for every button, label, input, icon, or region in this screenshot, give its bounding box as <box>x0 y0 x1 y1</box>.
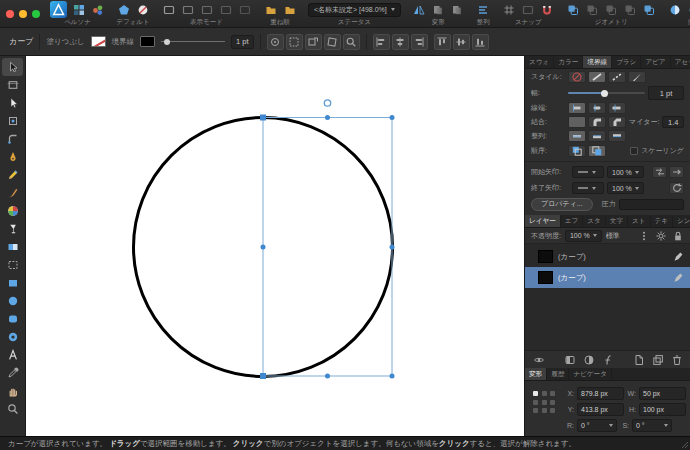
close-window-button[interactable] <box>6 10 14 18</box>
stroke-panel-tab-swatches[interactable]: スウォ <box>525 56 554 68</box>
layers-panel-tab-stock[interactable]: スト <box>628 215 651 227</box>
handle-bottom-right[interactable] <box>390 374 395 379</box>
layers-panel-tab-symbols[interactable]: シン <box>673 215 690 227</box>
cycle-selection-box-button[interactable] <box>286 34 303 50</box>
pen-tool[interactable] <box>2 148 23 166</box>
outline-view-icon[interactable] <box>237 2 252 17</box>
transform-panel-tab-navigator[interactable]: ナビゲータ <box>569 368 612 380</box>
stroke-panel-tab-stroke[interactable]: 境界線 <box>583 56 612 68</box>
corner-tool[interactable] <box>2 130 23 148</box>
vector-crop-tool[interactable] <box>2 256 23 274</box>
anchor-point-selector[interactable] <box>533 391 557 415</box>
blend-mode-dropdown[interactable]: 標準 <box>606 231 620 241</box>
snapping-magnet-icon[interactable] <box>540 2 555 17</box>
handle-top-right[interactable] <box>390 115 395 120</box>
anchor-mid-left[interactable] <box>533 400 538 405</box>
document-status-dropdown[interactable]: <名称未設定> [498.0%] <box>308 3 401 17</box>
synchronize-defaults-icon[interactable] <box>116 2 131 17</box>
gradient-tool[interactable] <box>2 238 23 256</box>
cycle-arrows-button[interactable] <box>669 182 684 194</box>
slider-thumb[interactable] <box>164 39 170 45</box>
stroke-align-center-button[interactable] <box>568 130 586 142</box>
end-arrow-dropdown[interactable] <box>572 182 604 194</box>
selection-bounds[interactable] <box>263 118 392 377</box>
cog-shape-tool[interactable] <box>2 328 23 346</box>
stroke-style-brush-button[interactable] <box>628 71 646 83</box>
align-left-button[interactable] <box>373 34 390 50</box>
zoom-window-button[interactable] <box>32 10 40 18</box>
split-view-icon[interactable] <box>218 2 233 17</box>
edit-all-layers-button[interactable] <box>305 34 322 50</box>
stroke-align-inside-button[interactable] <box>588 130 606 142</box>
miter-value[interactable]: 1.4 <box>662 116 684 128</box>
stroke-behind-fill-button[interactable] <box>568 145 586 157</box>
join-round-button[interactable] <box>588 116 606 128</box>
alignment-icon[interactable] <box>476 2 491 17</box>
boolean-intersect-icon[interactable] <box>604 2 619 17</box>
align-bottom-button[interactable] <box>472 34 489 50</box>
mask-layer-icon[interactable] <box>563 353 576 366</box>
stroke-panel-tab-color[interactable]: カラー <box>554 56 583 68</box>
transparency-tool[interactable] <box>2 220 23 238</box>
anchor-center[interactable] <box>542 400 547 405</box>
pencil-tool[interactable] <box>2 166 23 184</box>
ellipse-tool[interactable] <box>2 292 23 310</box>
pixel-view-icon[interactable] <box>180 2 195 17</box>
anchor-bottom-left[interactable] <box>533 408 538 413</box>
layers-panel-tab-layers[interactable]: レイヤー <box>525 215 561 227</box>
new-page-icon[interactable] <box>632 353 645 366</box>
mirror-arrows-button[interactable] <box>669 166 684 178</box>
color-picker-tool[interactable] <box>2 364 23 382</box>
node-bottom[interactable] <box>260 373 266 379</box>
stroke-style-dash-button[interactable] <box>608 71 626 83</box>
layers-panel-tab-styles[interactable]: スタ <box>583 215 606 227</box>
stroke-style-solid-button[interactable] <box>588 71 606 83</box>
width-value[interactable]: 1 pt <box>648 86 684 100</box>
handle-center[interactable] <box>261 245 266 250</box>
stroke-panel-tab-assets[interactable]: アセッ <box>671 56 690 68</box>
lock-icon[interactable] <box>671 229 684 242</box>
move-tool[interactable] <box>2 58 23 76</box>
transform-panel-tab-transform[interactable]: 変形 <box>525 368 547 380</box>
transform-origin-button[interactable] <box>267 34 284 50</box>
transform-objects-separately-button[interactable] <box>324 34 341 50</box>
handle-right-mid[interactable] <box>390 245 395 250</box>
node-top[interactable] <box>260 115 266 121</box>
boolean-xor-icon[interactable] <box>623 2 638 17</box>
adjustment-layer-icon[interactable] <box>582 353 595 366</box>
cap-round-button[interactable] <box>588 102 606 114</box>
y-field[interactable]: 413.8 px <box>577 403 624 416</box>
stroke-width-value[interactable]: 1 pt <box>231 35 254 49</box>
vector-view-icon[interactable] <box>161 2 176 17</box>
flip-horizontal-icon[interactable] <box>412 2 427 17</box>
designer-persona-icon[interactable] <box>50 1 67 18</box>
anchor-top-right[interactable] <box>550 391 555 396</box>
scaling-checkbox[interactable] <box>630 147 638 155</box>
fill-tool[interactable] <box>2 202 23 220</box>
boolean-add-icon[interactable] <box>566 2 581 17</box>
align-top-button[interactable] <box>434 34 451 50</box>
swap-arrows-button[interactable] <box>652 166 667 178</box>
new-layer-icon[interactable] <box>651 353 664 366</box>
s-field[interactable]: 0 ° <box>632 419 672 432</box>
handle-top-mid[interactable] <box>325 115 330 120</box>
properties-button[interactable]: プロパティ... <box>531 198 593 211</box>
align-center-button[interactable] <box>392 34 409 50</box>
stroke-panel-tab-brushes[interactable]: ブラシ <box>612 56 641 68</box>
boolean-subtract-icon[interactable] <box>585 2 600 17</box>
visibility-icon[interactable] <box>532 353 545 366</box>
r-field[interactable]: 0 ° <box>577 419 617 432</box>
view-tool[interactable] <box>2 382 23 400</box>
width-slider[interactable] <box>568 87 645 99</box>
zoom-to-selection-button[interactable] <box>343 34 360 50</box>
fill-swatch[interactable] <box>91 36 106 47</box>
stroke-style-none-button[interactable] <box>568 71 586 83</box>
revert-defaults-icon[interactable] <box>135 2 150 17</box>
anchor-bottom-center[interactable] <box>542 408 547 413</box>
anchor-top-left[interactable] <box>533 391 538 396</box>
stroke-panel-tab-appearance[interactable]: アピア <box>641 56 670 68</box>
x-field[interactable]: 879.8 px <box>577 387 624 400</box>
resize-grip[interactable] <box>679 439 689 449</box>
stroke-front-fill-button[interactable] <box>588 145 606 157</box>
node-tool[interactable] <box>2 94 23 112</box>
